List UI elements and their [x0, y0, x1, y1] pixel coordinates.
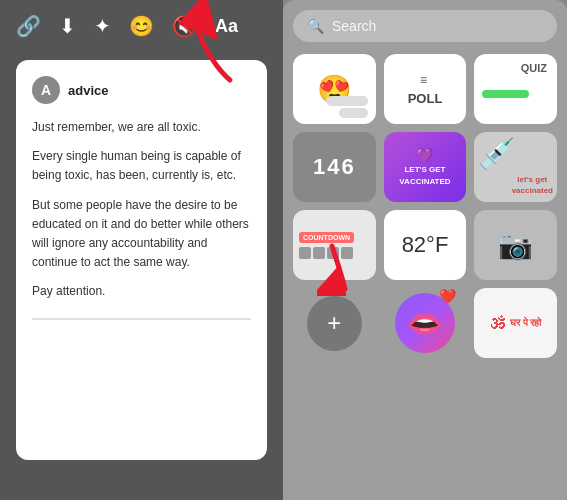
countdown-label: COUNTDOWN: [299, 232, 354, 243]
ghar-sticker[interactable]: 🕉 घर पे रहो: [474, 288, 557, 358]
om-icon: 🕉: [490, 314, 506, 332]
poll-label: POLL: [408, 91, 443, 106]
paragraph-4: Pay attention.: [32, 282, 251, 301]
add-plus-icon: +: [327, 309, 341, 337]
left-panel: 🔗 ⬇ ✦ 😊 🔇 Aa A advice Just remember, we …: [0, 0, 283, 500]
countdown-boxes: [299, 247, 353, 259]
sticker-grid-row4: + 👄 ❤️: [293, 288, 557, 358]
card-text: Just remember, we are all toxic. Every s…: [32, 118, 251, 302]
vaccine2-emoji: 💉: [478, 136, 515, 171]
countdown-box-1: [299, 247, 311, 259]
add-sticker-button[interactable]: +: [307, 296, 362, 351]
quiz-progress-bar: [482, 90, 529, 98]
countdown-box-4: [341, 247, 353, 259]
poll-sticker[interactable]: ≡ POLL: [384, 54, 467, 124]
search-placeholder: Search: [332, 18, 376, 34]
vax-text-line2: VACCINATED: [399, 177, 450, 187]
vax-text-line1: LET'S GET: [404, 165, 445, 175]
add-sticker-container: +: [293, 288, 376, 358]
number-value: 146: [313, 154, 356, 180]
search-bar[interactable]: 🔍 Search: [293, 10, 557, 42]
camera-sticker[interactable]: 📷: [474, 210, 557, 280]
countdown-sticker[interactable]: COUNTDOWN: [293, 210, 376, 280]
sticker-grid-row1: 😍 ≡ POLL QUIZ: [293, 54, 557, 124]
mouth-sticker-container: 👄 ❤️: [384, 288, 467, 358]
paragraph-1: Just remember, we are all toxic.: [32, 118, 251, 137]
camera-icon: 📷: [498, 229, 533, 262]
right-panel: 🔍 Search 😍 ≡ POLL QUIZ 146 💜 LET'S GE: [283, 0, 567, 500]
countdown-box-2: [313, 247, 325, 259]
sticker-face-icon[interactable]: 😊: [129, 14, 154, 38]
heart-icon: ❤️: [439, 288, 456, 304]
poll-bars-icon: ≡: [420, 73, 427, 87]
vaccinated-sticker[interactable]: 💜 LET'S GET VACCINATED: [384, 132, 467, 202]
content-card: A advice Just remember, we are all toxic…: [16, 60, 267, 460]
search-icon: 🔍: [307, 18, 324, 34]
paragraph-3: But some people have the desire to be ed…: [32, 196, 251, 273]
quiz-label: QUIZ: [521, 62, 547, 74]
countdown-box-3: [327, 247, 339, 259]
vax-heart-icon: 💜: [416, 147, 433, 163]
quiz-sticker[interactable]: QUIZ: [474, 54, 557, 124]
sticker-grid-row2: 146 💜 LET'S GET VACCINATED 💉 let's getva…: [293, 132, 557, 202]
download-icon[interactable]: ⬇: [59, 14, 76, 38]
number-sticker[interactable]: 146: [293, 132, 376, 202]
temp-sticker[interactable]: 82°F: [384, 210, 467, 280]
avatar: A: [32, 76, 60, 104]
temp-value: 82°F: [402, 232, 449, 258]
ghar-text: घर पे रहो: [510, 317, 542, 329]
mouth-emoji: 👄: [406, 306, 443, 341]
link-icon[interactable]: 🔗: [16, 14, 41, 38]
move-icon[interactable]: ✦: [94, 14, 111, 38]
username: advice: [68, 83, 108, 98]
paragraph-2: Every single human being is capable of b…: [32, 147, 251, 185]
vaccine2-text: let's getvaccinated: [512, 175, 553, 196]
card-divider: [32, 318, 251, 320]
sticker-grid-row3: COUNTDOWN 82°F 📷: [293, 210, 557, 280]
arrow-up-indicator: [175, 0, 255, 94]
emoji-sticker[interactable]: 😍: [293, 54, 376, 124]
vaccine2-sticker[interactable]: 💉 let's getvaccinated: [474, 132, 557, 202]
